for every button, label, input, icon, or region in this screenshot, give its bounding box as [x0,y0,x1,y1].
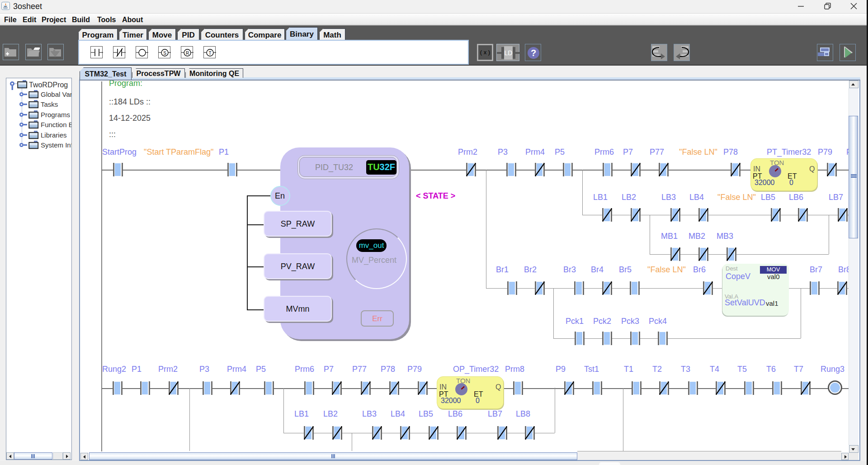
svg-text:S: S [163,51,166,56]
svg-text:T: T [208,51,211,56]
svg-text:R: R [186,51,189,56]
